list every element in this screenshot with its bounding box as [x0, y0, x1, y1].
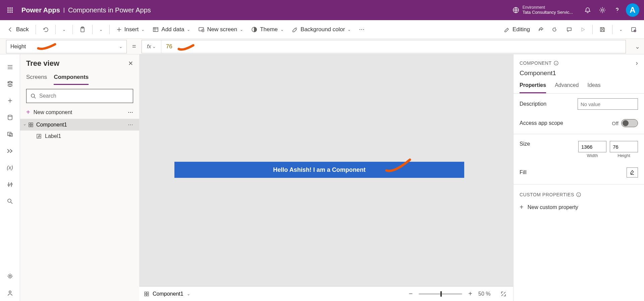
access-scope-label: Access app scope — [520, 120, 563, 126]
brand-link[interactable]: Power Apps — [21, 6, 60, 14]
tab-ideas[interactable]: Ideas — [587, 80, 600, 93]
save-more-button[interactable]: ⌄ — [616, 23, 626, 36]
left-rail: (x) — [0, 54, 20, 301]
tab-properties[interactable]: Properties — [520, 80, 546, 93]
svg-rect-34 — [147, 294, 149, 296]
help-button[interactable] — [610, 3, 625, 17]
svg-point-4 — [9, 9, 11, 11]
label-text: Hello Ashish! I am a Component — [273, 166, 365, 173]
paste-more-button[interactable]: ⌄ — [96, 23, 106, 36]
tools-rail-icon[interactable] — [2, 177, 18, 193]
fill-color-picker[interactable] — [627, 167, 638, 178]
theme-button[interactable]: Theme ⌄ — [248, 23, 287, 36]
fit-to-screen-button[interactable] — [498, 291, 508, 297]
expand-props-button[interactable]: › — [636, 59, 638, 67]
svg-rect-26 — [29, 123, 31, 124]
tab-screens[interactable]: Screens — [26, 72, 47, 85]
settings-rail-icon[interactable] — [2, 268, 18, 284]
new-screen-button[interactable]: New screen ⌄ — [195, 23, 247, 36]
editing-mode-button[interactable]: Editing — [500, 23, 533, 36]
properties-panel: COMPONENT › Component1 Properties Advanc… — [513, 54, 644, 301]
publish-button[interactable] — [627, 23, 640, 36]
paste-button[interactable] — [76, 23, 89, 36]
svg-rect-30 — [37, 134, 41, 138]
data-rail-icon[interactable] — [2, 109, 18, 126]
variables-rail-icon[interactable]: (x) — [2, 160, 18, 176]
svg-point-23 — [9, 275, 11, 277]
insert-button[interactable]: Insert ⌄ — [113, 23, 148, 36]
tree-item-more-icon[interactable]: ⋯ — [128, 121, 133, 128]
component-icon — [28, 122, 34, 128]
overflow-button[interactable]: ⋯ — [356, 23, 368, 36]
back-button[interactable]: Back — [4, 23, 32, 36]
virtual-agent-icon[interactable] — [2, 285, 18, 301]
media-rail-icon[interactable] — [2, 126, 18, 142]
design-canvas[interactable]: Hello Ashish! I am a Component — [139, 54, 513, 286]
undo-more-button[interactable]: ⌄ — [59, 23, 69, 36]
environment-picker[interactable]: Environment Tata Consultancy Servic... — [513, 5, 573, 15]
info-icon[interactable] — [554, 61, 558, 65]
chevron-down-icon[interactable]: ⌄ — [187, 292, 190, 296]
canvas-breadcrumb[interactable]: Component1 — [153, 291, 183, 297]
svg-point-25 — [31, 94, 35, 97]
props-section-label: COMPONENT — [520, 60, 552, 66]
comments-button[interactable] — [563, 23, 576, 36]
tab-advanced[interactable]: Advanced — [555, 80, 579, 93]
user-avatar[interactable]: A — [626, 3, 639, 17]
hamburger-icon[interactable] — [2, 59, 18, 75]
tree-item-component1[interactable]: › Component1 ⋯ — [20, 119, 139, 131]
share-button[interactable] — [535, 23, 547, 36]
size-label: Size — [520, 141, 530, 147]
undo-button[interactable] — [39, 23, 52, 36]
expand-formula-button[interactable]: ⌄ — [631, 43, 644, 50]
env-label: Environment — [523, 5, 573, 10]
settings-button[interactable] — [595, 3, 610, 17]
new-component-button[interactable]: +New component ⋯ — [20, 106, 139, 119]
tree-search-input[interactable] — [39, 93, 129, 99]
tree-item-label1[interactable]: Label1 — [20, 131, 139, 142]
svg-point-5 — [11, 9, 13, 11]
component-preview[interactable]: Hello Ashish! I am a Component — [174, 162, 464, 178]
search-rail-icon[interactable] — [2, 193, 18, 209]
canvas-area: Hello Ashish! I am a Component Component… — [139, 54, 513, 301]
new-comp-more-icon[interactable]: ⋯ — [128, 109, 133, 115]
bg-color-button[interactable]: Background color ⌄ — [288, 23, 354, 36]
zoom-out-button[interactable]: − — [406, 290, 416, 298]
tree-view-icon[interactable] — [2, 76, 18, 92]
plus-icon: + — [26, 108, 30, 116]
close-tree-button[interactable]: ✕ — [128, 60, 133, 67]
zoom-slider[interactable] — [419, 293, 462, 295]
property-selector[interactable]: Height ⌄ — [6, 40, 127, 53]
description-input[interactable] — [578, 98, 638, 110]
preview-button[interactable] — [577, 23, 589, 36]
access-scope-toggle[interactable] — [621, 119, 638, 127]
app-launcher-button[interactable] — [5, 5, 15, 15]
zoom-in-button[interactable]: + — [466, 290, 475, 298]
save-button[interactable] — [596, 23, 609, 36]
svg-rect-31 — [145, 292, 146, 294]
tab-components[interactable]: Components — [54, 72, 89, 85]
chevron-down-icon: ⌄ — [119, 44, 122, 49]
add-data-button[interactable]: Add data ⌄ — [149, 23, 194, 36]
tree-view-panel: Tree view ✕ Screens Components +New comp… — [20, 54, 139, 301]
info-icon[interactable] — [576, 192, 581, 197]
insert-rail-icon[interactable] — [2, 93, 18, 109]
svg-point-10 — [601, 9, 603, 11]
height-input[interactable] — [610, 141, 638, 152]
svg-rect-29 — [31, 125, 33, 127]
app-name: Components in Power Apps — [68, 6, 151, 14]
formula-value[interactable]: 76 — [161, 43, 177, 50]
property-name: Height — [10, 44, 26, 50]
height-sublabel: Height — [618, 153, 630, 158]
width-input[interactable] — [578, 141, 606, 152]
description-label: Description — [520, 101, 546, 107]
chevron-down-icon: › — [22, 124, 27, 126]
separator: | — [63, 7, 65, 13]
tree-search-box[interactable] — [26, 89, 133, 103]
checker-button[interactable] — [549, 23, 561, 36]
new-custom-property-button[interactable]: + New custom property — [514, 200, 644, 214]
notifications-button[interactable] — [580, 3, 595, 17]
fx-button[interactable]: fx⌄ — [142, 40, 161, 53]
flows-rail-icon[interactable] — [2, 143, 18, 159]
svg-point-6 — [7, 11, 9, 13]
